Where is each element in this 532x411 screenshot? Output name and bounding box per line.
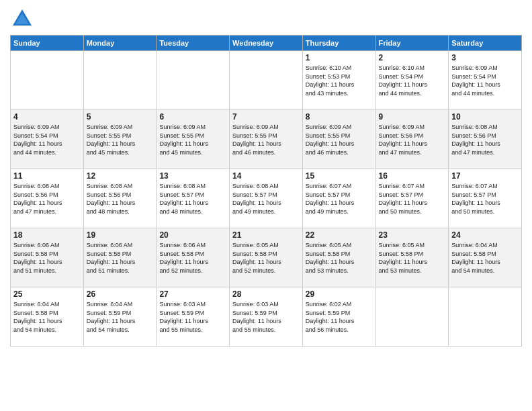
calendar-cell: 28Sunrise: 6:03 AMSunset: 5:59 PMDayligh…	[230, 287, 303, 347]
header	[10, 7, 522, 31]
calendar-cell: 20Sunrise: 6:06 AMSunset: 5:58 PMDayligh…	[157, 228, 230, 287]
day-info: Sunrise: 6:09 AMSunset: 5:55 PMDaylight:…	[306, 123, 373, 156]
week-row-5: 25Sunrise: 6:04 AMSunset: 5:58 PMDayligh…	[11, 287, 522, 347]
week-row-2: 4Sunrise: 6:09 AMSunset: 5:54 PMDaylight…	[11, 110, 522, 169]
calendar-cell: 14Sunrise: 6:08 AMSunset: 5:57 PMDayligh…	[230, 169, 303, 228]
day-info: Sunrise: 6:10 AMSunset: 5:53 PMDaylight:…	[306, 64, 373, 97]
day-header-wednesday: Wednesday	[230, 36, 303, 51]
calendar-cell	[157, 51, 230, 110]
day-number: 2	[379, 53, 446, 62]
day-number: 20	[159, 230, 226, 240]
day-number: 22	[306, 230, 373, 240]
calendar-cell: 17Sunrise: 6:07 AMSunset: 5:57 PMDayligh…	[449, 169, 522, 228]
day-number: 15	[306, 171, 373, 181]
day-info: Sunrise: 6:03 AMSunset: 5:59 PMDaylight:…	[159, 300, 226, 334]
day-number: 11	[13, 171, 81, 181]
calendar-body: 1Sunrise: 6:10 AMSunset: 5:53 PMDaylight…	[11, 51, 522, 347]
calendar-cell	[375, 287, 449, 347]
calendar-cell: 19Sunrise: 6:06 AMSunset: 5:58 PMDayligh…	[83, 228, 157, 287]
day-info: Sunrise: 6:07 AMSunset: 5:57 PMDaylight:…	[306, 182, 373, 216]
day-number: 9	[379, 112, 446, 122]
calendar-cell: 23Sunrise: 6:05 AMSunset: 5:58 PMDayligh…	[375, 228, 449, 287]
calendar-cell: 11Sunrise: 6:08 AMSunset: 5:56 PMDayligh…	[11, 169, 84, 228]
day-info: Sunrise: 6:09 AMSunset: 5:55 PMDaylight:…	[159, 123, 226, 156]
day-number: 14	[232, 171, 300, 181]
calendar-cell: 26Sunrise: 6:04 AMSunset: 5:59 PMDayligh…	[83, 287, 157, 347]
day-header-friday: Friday	[375, 36, 449, 51]
day-info: Sunrise: 6:04 AMSunset: 5:58 PMDaylight:…	[451, 241, 519, 275]
calendar-cell: 3Sunrise: 6:09 AMSunset: 5:54 PMDaylight…	[449, 51, 522, 110]
day-number: 25	[13, 289, 81, 299]
calendar-cell: 10Sunrise: 6:08 AMSunset: 5:56 PMDayligh…	[449, 110, 522, 169]
day-number: 8	[306, 112, 373, 122]
page-container: SundayMondayTuesdayWednesdayThursdayFrid…	[0, 0, 532, 350]
day-info: Sunrise: 6:06 AMSunset: 5:58 PMDaylight:…	[87, 241, 154, 275]
day-info: Sunrise: 6:08 AMSunset: 5:56 PMDaylight:…	[87, 182, 154, 216]
day-info: Sunrise: 6:09 AMSunset: 5:54 PMDaylight:…	[13, 123, 81, 156]
day-number: 7	[232, 112, 300, 122]
calendar-cell: 25Sunrise: 6:04 AMSunset: 5:58 PMDayligh…	[11, 287, 84, 347]
day-info: Sunrise: 6:09 AMSunset: 5:54 PMDaylight:…	[451, 64, 519, 97]
calendar-cell: 7Sunrise: 6:09 AMSunset: 5:55 PMDaylight…	[230, 110, 303, 169]
day-info: Sunrise: 6:05 AMSunset: 5:58 PMDaylight:…	[232, 241, 300, 275]
day-header-sunday: Sunday	[11, 36, 84, 51]
day-number: 24	[451, 230, 519, 240]
calendar-cell: 16Sunrise: 6:07 AMSunset: 5:57 PMDayligh…	[375, 169, 449, 228]
day-info: Sunrise: 6:04 AMSunset: 5:58 PMDaylight:…	[13, 300, 81, 334]
calendar-cell: 27Sunrise: 6:03 AMSunset: 5:59 PMDayligh…	[157, 287, 230, 347]
calendar-table: SundayMondayTuesdayWednesdayThursdayFrid…	[10, 35, 522, 347]
day-number: 4	[13, 112, 81, 122]
day-number: 10	[451, 112, 519, 122]
day-info: Sunrise: 6:03 AMSunset: 5:59 PMDaylight:…	[232, 300, 300, 334]
day-number: 28	[232, 289, 300, 299]
day-info: Sunrise: 6:02 AMSunset: 5:59 PMDaylight:…	[306, 300, 373, 334]
day-number: 16	[379, 171, 446, 181]
day-number: 3	[451, 53, 519, 62]
day-header-monday: Monday	[83, 36, 157, 51]
calendar-cell	[230, 51, 303, 110]
calendar-cell: 22Sunrise: 6:05 AMSunset: 5:58 PMDayligh…	[302, 228, 375, 287]
calendar-cell: 18Sunrise: 6:06 AMSunset: 5:58 PMDayligh…	[11, 228, 84, 287]
day-info: Sunrise: 6:06 AMSunset: 5:58 PMDaylight:…	[159, 241, 226, 275]
day-number: 19	[87, 230, 154, 240]
calendar-cell: 21Sunrise: 6:05 AMSunset: 5:58 PMDayligh…	[230, 228, 303, 287]
day-info: Sunrise: 6:07 AMSunset: 5:57 PMDaylight:…	[379, 182, 446, 216]
calendar-cell: 15Sunrise: 6:07 AMSunset: 5:57 PMDayligh…	[302, 169, 375, 228]
day-number: 27	[159, 289, 226, 299]
day-number: 6	[159, 112, 226, 122]
day-number: 1	[306, 53, 373, 62]
calendar-cell: 2Sunrise: 6:10 AMSunset: 5:54 PMDaylight…	[375, 51, 449, 110]
day-info: Sunrise: 6:10 AMSunset: 5:54 PMDaylight:…	[379, 64, 446, 97]
calendar-cell	[11, 51, 84, 110]
day-info: Sunrise: 6:06 AMSunset: 5:58 PMDaylight:…	[13, 241, 81, 275]
day-number: 21	[232, 230, 300, 240]
day-info: Sunrise: 6:09 AMSunset: 5:55 PMDaylight:…	[87, 123, 154, 156]
day-header-saturday: Saturday	[449, 36, 522, 51]
day-header-thursday: Thursday	[302, 36, 375, 51]
calendar-cell: 5Sunrise: 6:09 AMSunset: 5:55 PMDaylight…	[83, 110, 157, 169]
day-header-tuesday: Tuesday	[157, 36, 230, 51]
calendar-cell: 13Sunrise: 6:08 AMSunset: 5:57 PMDayligh…	[157, 169, 230, 228]
calendar-cell: 9Sunrise: 6:09 AMSunset: 5:56 PMDaylight…	[375, 110, 449, 169]
day-info: Sunrise: 6:05 AMSunset: 5:58 PMDaylight:…	[379, 241, 446, 275]
day-info: Sunrise: 6:08 AMSunset: 5:57 PMDaylight:…	[232, 182, 300, 216]
calendar-cell	[83, 51, 157, 110]
header-row: SundayMondayTuesdayWednesdayThursdayFrid…	[11, 36, 522, 51]
calendar-cell: 6Sunrise: 6:09 AMSunset: 5:55 PMDaylight…	[157, 110, 230, 169]
day-number: 17	[451, 171, 519, 181]
day-number: 29	[306, 289, 373, 299]
day-number: 5	[87, 112, 154, 122]
day-number: 12	[87, 171, 154, 181]
calendar-cell: 1Sunrise: 6:10 AMSunset: 5:53 PMDaylight…	[302, 51, 375, 110]
calendar-cell: 24Sunrise: 6:04 AMSunset: 5:58 PMDayligh…	[449, 228, 522, 287]
day-info: Sunrise: 6:08 AMSunset: 5:57 PMDaylight:…	[159, 182, 226, 216]
calendar-header: SundayMondayTuesdayWednesdayThursdayFrid…	[11, 36, 522, 51]
day-info: Sunrise: 6:08 AMSunset: 5:56 PMDaylight:…	[451, 123, 519, 156]
calendar-cell	[449, 287, 522, 347]
day-number: 18	[13, 230, 81, 240]
day-number: 23	[379, 230, 446, 240]
calendar-cell: 12Sunrise: 6:08 AMSunset: 5:56 PMDayligh…	[83, 169, 157, 228]
week-row-1: 1Sunrise: 6:10 AMSunset: 5:53 PMDaylight…	[11, 51, 522, 110]
day-info: Sunrise: 6:07 AMSunset: 5:57 PMDaylight:…	[451, 182, 519, 216]
calendar-cell: 29Sunrise: 6:02 AMSunset: 5:59 PMDayligh…	[302, 287, 375, 347]
